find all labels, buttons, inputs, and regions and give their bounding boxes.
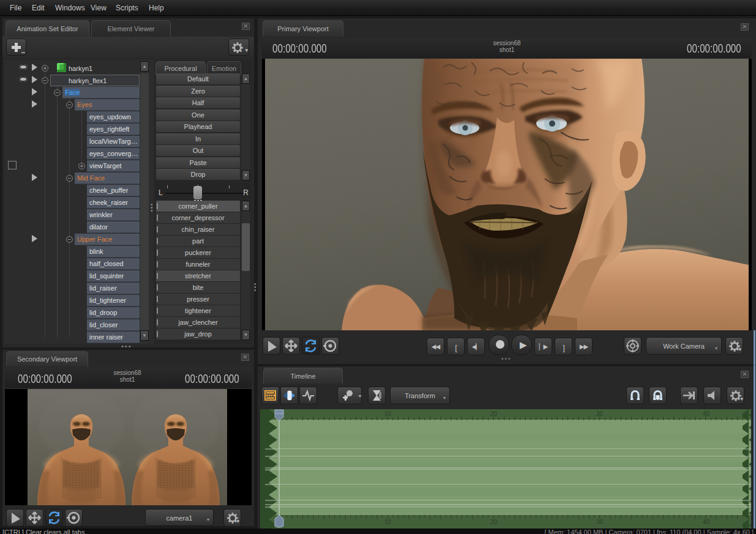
svg-text:10: 10 [384, 519, 392, 525]
svg-text:40: 40 [703, 519, 710, 525]
svg-text:40: 40 [703, 410, 710, 417]
svg-text:10: 10 [384, 410, 392, 417]
svg-text:20: 20 [490, 519, 498, 525]
svg-text:20: 20 [490, 410, 498, 417]
svg-text:30: 30 [596, 410, 604, 417]
svg-text:30: 30 [596, 519, 604, 525]
